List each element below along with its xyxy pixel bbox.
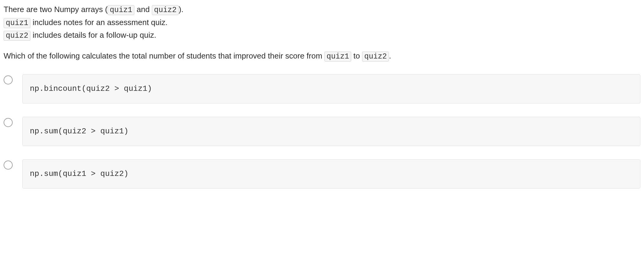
option-row: np.sum(quiz2 > quiz1) — [4, 117, 640, 146]
intro-text: includes notes for an assessment quiz. — [30, 18, 167, 27]
radio-button-option-2[interactable] — [4, 118, 13, 127]
code-block-option-1: np.bincount(quiz2 > quiz1) — [22, 74, 640, 103]
prompt-text: Which of the following calculates the to… — [4, 51, 324, 60]
inline-code-quiz1: quiz1 — [324, 52, 351, 62]
inline-code-quiz1: quiz1 — [108, 5, 134, 15]
code-block-option-3: np.sum(quiz1 > quiz2) — [22, 159, 640, 189]
intro-text: includes details for a follow-up quiz. — [30, 30, 156, 40]
code-block-option-2: np.sum(quiz2 > quiz1) — [22, 117, 640, 146]
inline-code-quiz2: quiz2 — [362, 52, 389, 62]
options-list: np.bincount(quiz2 > quiz1) np.sum(quiz2 … — [4, 74, 640, 189]
question-intro: There are two Numpy arrays (quiz1 and qu… — [4, 4, 640, 42]
intro-line-3: quiz2 includes details for a follow-up q… — [4, 29, 640, 42]
intro-text: ). — [179, 5, 183, 14]
intro-line-1: There are two Numpy arrays (quiz1 and qu… — [4, 4, 640, 16]
radio-button-option-1[interactable] — [4, 75, 13, 84]
inline-code-quiz2: quiz2 — [152, 5, 179, 15]
inline-code-quiz2: quiz2 — [4, 31, 30, 41]
radio-button-option-3[interactable] — [4, 161, 13, 170]
intro-line-2: quiz1 includes notes for an assessment q… — [4, 17, 640, 29]
intro-text: and — [134, 5, 152, 14]
inline-code-quiz1: quiz1 — [4, 18, 30, 28]
intro-text: There are two Numpy arrays ( — [4, 5, 108, 14]
option-row: np.sum(quiz1 > quiz2) — [4, 159, 640, 189]
option-row: np.bincount(quiz2 > quiz1) — [4, 74, 640, 103]
prompt-text: to — [351, 51, 362, 60]
question-prompt: Which of the following calculates the to… — [4, 50, 640, 62]
prompt-text: . — [389, 51, 391, 60]
